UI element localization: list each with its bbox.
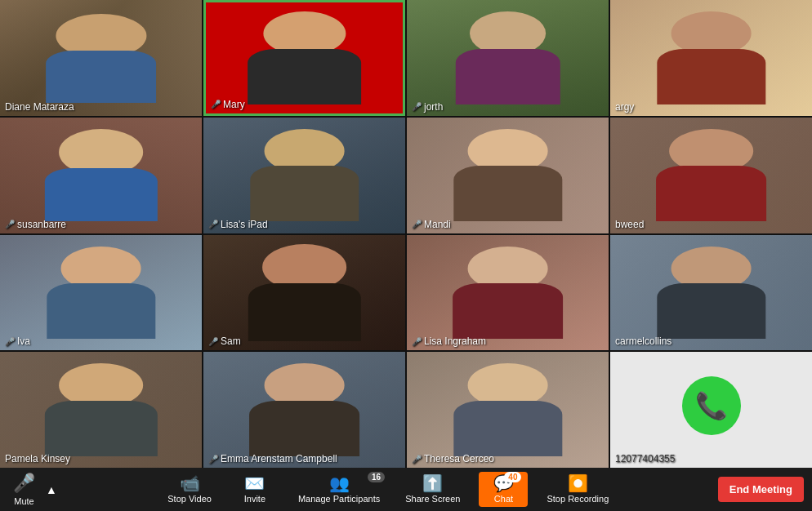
recording-icon: ⏺️ xyxy=(568,475,588,491)
participant-name-5: 🎤 susanbarre xyxy=(5,219,66,230)
chat-button[interactable]: 💬 Chat 40 xyxy=(479,472,528,507)
participant-cell-1[interactable]: Diane Mataraza xyxy=(0,0,202,116)
participant-name-10: 🎤 Sam xyxy=(208,335,241,347)
participant-name-14: 🎤 Emma Arenstam Campbell xyxy=(208,453,337,464)
mute-label: Mute xyxy=(14,496,33,506)
toolbar-center: 📹 Stop Video ✉️ Invite 👥 Manage Particip… xyxy=(59,472,718,507)
toolbar-right: End Meeting xyxy=(718,477,804,502)
stop-recording-label: Stop Recording xyxy=(547,494,609,504)
muted-icon-3: 🎤 xyxy=(412,102,422,111)
participant-cell-6[interactable]: 🎤 Lisa's iPad xyxy=(203,118,405,233)
muted-icon-2: 🎤 xyxy=(211,100,221,109)
muted-icon-10: 🎤 xyxy=(208,337,218,346)
invite-icon: ✉️ xyxy=(244,475,265,491)
participant-cell-8[interactable]: bweed xyxy=(610,118,812,233)
video-grid: Diane Mataraza 🎤 Mary 🎤 jorth argy xyxy=(0,0,812,468)
stop-recording-button[interactable]: ⏺️ Stop Recording xyxy=(540,472,615,507)
share-screen-button[interactable]: ⬆️ Share Screen xyxy=(399,472,466,507)
participant-name-13: Pamela Kinsey xyxy=(5,453,70,464)
invite-label: Invite xyxy=(244,494,265,504)
muted-icon-6: 🎤 xyxy=(208,220,218,229)
stop-video-button[interactable]: 📹 Stop Video xyxy=(161,472,218,507)
participant-name-4: argy xyxy=(615,101,634,113)
toolbar: 🎤 Mute ▲ 📹 Stop Video ✉️ Invite 👥 Manage… xyxy=(0,468,812,511)
video-icon: 📹 xyxy=(180,475,200,491)
participant-cell-2[interactable]: 🎤 Mary xyxy=(203,0,405,116)
phone-circle: 📞 xyxy=(682,376,741,435)
muted-icon-9: 🎤 xyxy=(5,337,15,346)
participant-name-phone: 12077404355 xyxy=(615,453,675,464)
stop-video-label: Stop Video xyxy=(167,494,212,504)
participant-name-15: 🎤 Theresa Cerceo xyxy=(412,453,494,464)
participant-name-6: 🎤 Lisa's iPad xyxy=(208,219,268,230)
manage-participants-label: Manage Participants xyxy=(298,494,380,504)
participant-name-7: 🎤 Mandi xyxy=(412,219,451,230)
participants-count-badge: 16 xyxy=(368,472,385,482)
participant-cell-11[interactable]: 🎤 Lisa Ingraham xyxy=(407,235,609,351)
participant-name-11: 🎤 Lisa Ingraham xyxy=(412,335,486,347)
muted-icon-5: 🎤 xyxy=(5,220,15,229)
muted-icon-14: 🎤 xyxy=(208,455,218,464)
participant-cell-5[interactable]: 🎤 susanbarre xyxy=(0,118,202,233)
mic-icon: 🎤 xyxy=(13,473,35,494)
share-screen-label: Share Screen xyxy=(405,494,460,504)
participant-name-9: 🎤 Iva xyxy=(5,335,30,347)
participant-cell-14[interactable]: 🎤 Emma Arenstam Campbell xyxy=(203,352,405,468)
muted-icon-7: 🎤 xyxy=(412,220,422,229)
participant-cell-3[interactable]: 🎤 jorth xyxy=(407,0,609,116)
participant-name-12: carmelcollins xyxy=(615,335,671,347)
participants-icon: 👥 xyxy=(329,475,350,491)
phone-icon: 📞 xyxy=(695,390,728,421)
participant-cell-phone[interactable]: 📞 12077404355 xyxy=(610,352,812,468)
participant-cell-13[interactable]: Pamela Kinsey xyxy=(0,352,202,468)
end-meeting-button[interactable]: End Meeting xyxy=(718,477,804,502)
participant-cell-15[interactable]: 🎤 Theresa Cerceo xyxy=(407,352,609,468)
muted-icon-11: 🎤 xyxy=(412,337,422,346)
participant-cell-9[interactable]: 🎤 Iva xyxy=(0,235,202,351)
mute-button[interactable]: 🎤 Mute xyxy=(8,469,40,509)
participant-cell-7[interactable]: 🎤 Mandi xyxy=(407,118,609,233)
chat-badge: 40 xyxy=(504,472,521,482)
muted-icon-15: 🎤 xyxy=(412,455,422,464)
participant-cell-10[interactable]: 🎤 Sam xyxy=(203,235,405,351)
participant-name-2: 🎤 Mary xyxy=(211,99,245,110)
invite-button[interactable]: ✉️ Invite xyxy=(230,472,279,507)
participant-name-3: 🎤 jorth xyxy=(412,101,443,113)
mute-caret[interactable]: ▲ xyxy=(44,483,59,496)
toolbar-left: 🎤 Mute ▲ xyxy=(8,469,59,509)
share-screen-icon: ⬆️ xyxy=(422,475,443,491)
participant-cell-12[interactable]: carmelcollins xyxy=(610,235,812,351)
participant-cell-4[interactable]: argy xyxy=(610,0,812,116)
participant-name-1: Diane Mataraza xyxy=(5,101,74,113)
chat-label: Chat xyxy=(494,494,513,504)
participant-name-8: bweed xyxy=(615,219,644,230)
manage-participants-button[interactable]: 👥 Manage Participants 16 xyxy=(292,472,386,507)
